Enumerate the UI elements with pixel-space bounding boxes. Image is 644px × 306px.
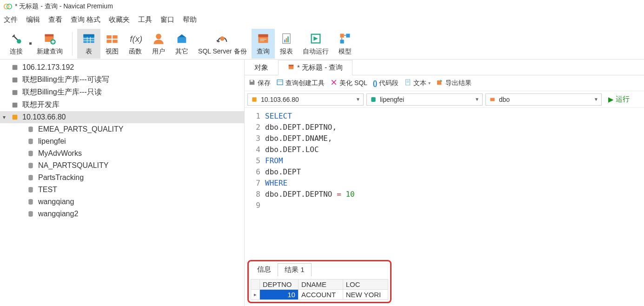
beautify-sql-button[interactable]: 美化 SQL bbox=[330, 79, 367, 87]
tree-database[interactable]: MyAdvWorks bbox=[0, 147, 244, 160]
code-content[interactable] bbox=[265, 200, 644, 211]
menu-favorites[interactable]: 收藏夹 bbox=[109, 15, 130, 24]
svg-rect-15 bbox=[113, 40, 118, 43]
window-title: * 无标题 - 查询 - Navicat Premium bbox=[15, 2, 113, 11]
line-number: 7 bbox=[245, 178, 265, 189]
toolbar-new-query[interactable]: 新建查询 bbox=[32, 29, 67, 59]
tree-connection[interactable]: ▾10.103.66.80 bbox=[0, 111, 244, 123]
server-icon bbox=[10, 113, 20, 122]
toolbar-separator bbox=[72, 32, 73, 55]
toolbar-connect[interactable]: 连接 bbox=[5, 29, 28, 59]
tree-database[interactable]: NA_PARTSQUALITY bbox=[0, 160, 244, 172]
toolbar-table[interactable]: 表 bbox=[77, 29, 100, 59]
title-bar: * 无标题 - 查询 - Navicat Premium bbox=[0, 0, 644, 13]
main-area: 106.12.173.192联想Billing生产库---可读写联想Billin… bbox=[0, 60, 644, 306]
code-content[interactable]: SELECT bbox=[265, 111, 644, 122]
toolbar-model[interactable]: 模型 bbox=[333, 29, 357, 59]
toolbar-view[interactable]: 视图 bbox=[100, 29, 124, 59]
menu-edit[interactable]: 编辑 bbox=[26, 15, 40, 24]
menu-window[interactable]: 窗口 bbox=[160, 15, 174, 24]
svg-text:f(x): f(x) bbox=[130, 34, 142, 44]
result-tab-result1[interactable]: 结果 1 bbox=[278, 263, 312, 276]
editor-line: 3dbo.DEPT.DNAME, bbox=[245, 133, 644, 144]
toolbar-other[interactable]: 其它 bbox=[170, 29, 193, 59]
code-content[interactable]: WHERE bbox=[265, 178, 644, 189]
code-content[interactable]: dbo.DEPT.DEPTNO = 10 bbox=[265, 189, 644, 200]
svg-rect-4 bbox=[45, 34, 54, 36]
sql-editor[interactable]: 1SELECT2dbo.DEPT.DEPTNO,3dbo.DEPT.DNAME,… bbox=[245, 108, 644, 214]
tree-database[interactable]: EMEA_PARTS_QUALITY bbox=[0, 123, 244, 135]
menu-view[interactable]: 查看 bbox=[48, 15, 62, 24]
col-deptno[interactable]: DEPTNO bbox=[260, 279, 299, 290]
database-icon bbox=[26, 185, 35, 194]
col-dname[interactable]: DNAME bbox=[298, 279, 343, 290]
svg-rect-50 bbox=[277, 80, 283, 85]
tree-item-label: wangqiang bbox=[38, 198, 74, 206]
tab-query-untitled[interactable]: * 无标题 - 查询 bbox=[278, 60, 352, 75]
run-button[interactable]: ▶ 运行 bbox=[608, 95, 630, 104]
tree-connection[interactable]: 联想Billing生产库---可读写 bbox=[0, 73, 244, 86]
tree-item-label: 联想Billing生产库---可读写 bbox=[22, 75, 109, 85]
editor-line: 2dbo.DEPT.DEPTNO, bbox=[245, 122, 644, 133]
cell-dname[interactable]: ACCOUNT bbox=[298, 290, 343, 300]
connection-selector[interactable]: 10.103.66.80 ▼ bbox=[247, 93, 364, 106]
svg-point-19 bbox=[220, 36, 225, 40]
database-selector[interactable]: lipengfei ▼ bbox=[366, 93, 483, 106]
code-content[interactable]: dbo.DEPT.DEPTNO, bbox=[265, 122, 644, 133]
menu-query-format[interactable]: 查询 格式 bbox=[71, 15, 100, 24]
line-number: 3 bbox=[245, 133, 265, 144]
code-snippet-button[interactable]: () 代码段 bbox=[373, 79, 398, 87]
dropdown-dot[interactable]: ▪ bbox=[29, 38, 32, 49]
svg-rect-56 bbox=[252, 97, 256, 101]
cell-loc[interactable]: NEW YORI bbox=[343, 290, 388, 300]
tree-database[interactable]: lipengfei bbox=[0, 135, 244, 147]
editor-tabs: 对象 * 无标题 - 查询 bbox=[245, 60, 644, 75]
text-button[interactable]: 文本 ▾ bbox=[404, 79, 431, 87]
query-builder-button[interactable]: 查询创建工具 bbox=[276, 79, 325, 87]
code-content[interactable]: dbo.DEPT.LOC bbox=[265, 144, 644, 155]
snippet-icon: () bbox=[373, 80, 377, 87]
tree-connection[interactable]: 联想开发库 bbox=[0, 99, 244, 111]
toolbar-report[interactable]: 报表 bbox=[275, 29, 298, 59]
tree-database[interactable]: TEST bbox=[0, 184, 244, 196]
beautify-icon bbox=[330, 79, 338, 87]
toolbar-autorun[interactable]: 自动运行 bbox=[298, 29, 333, 59]
schema-selector[interactable]: dbo ▼ bbox=[485, 93, 602, 106]
menu-file[interactable]: 文件 bbox=[4, 15, 18, 24]
result-tab-info[interactable]: 信息 bbox=[251, 263, 278, 276]
toolbar-backup[interactable]: SQL Server 备份 bbox=[193, 29, 252, 59]
toolbar-function[interactable]: f(x) 函数 bbox=[124, 29, 147, 59]
menu-tools[interactable]: 工具 bbox=[138, 15, 152, 24]
svg-rect-18 bbox=[178, 37, 186, 43]
code-content[interactable]: FROM bbox=[265, 155, 644, 166]
tree-connection[interactable]: 联想Billing生产库---只读 bbox=[0, 86, 244, 99]
tree-database[interactable]: wangqiang2 bbox=[0, 208, 244, 220]
connection-tree: 106.12.173.192联想Billing生产库---可读写联想Billin… bbox=[0, 60, 244, 306]
save-button[interactable]: 保存 bbox=[248, 79, 271, 87]
line-number: 6 bbox=[245, 166, 265, 178]
app-logo-icon bbox=[4, 2, 12, 11]
table-icon bbox=[82, 32, 96, 46]
svg-rect-38 bbox=[13, 115, 18, 120]
tree-database[interactable]: wangqiang bbox=[0, 196, 244, 208]
menu-help[interactable]: 帮助 bbox=[183, 15, 197, 24]
code-content[interactable]: dbo.DEPT bbox=[265, 166, 644, 178]
cell-deptno[interactable]: 10 bbox=[260, 290, 299, 300]
tab-objects[interactable]: 对象 bbox=[245, 60, 278, 75]
code-content[interactable]: dbo.DEPT.DNAME, bbox=[265, 133, 644, 144]
plug-icon bbox=[9, 32, 23, 46]
export-result-button[interactable]: 导出结果 bbox=[436, 79, 471, 87]
toolbar-user[interactable]: 用户 bbox=[147, 29, 170, 59]
server-icon bbox=[10, 88, 20, 97]
table-row[interactable]: ▸ 10 ACCOUNT NEW YORI bbox=[251, 290, 388, 300]
tree-item-label: 106.12.173.192 bbox=[22, 63, 74, 72]
tree-database[interactable]: PartsTracking bbox=[0, 172, 244, 184]
col-loc[interactable]: LOC bbox=[343, 279, 388, 290]
builder-icon bbox=[276, 79, 284, 87]
tree-connection[interactable]: 106.12.173.192 bbox=[0, 61, 244, 73]
line-number: 4 bbox=[245, 144, 265, 155]
svg-rect-13 bbox=[113, 35, 118, 39]
svg-rect-31 bbox=[340, 40, 344, 43]
other-icon bbox=[175, 32, 189, 46]
toolbar-query[interactable]: 查询 bbox=[252, 29, 275, 59]
